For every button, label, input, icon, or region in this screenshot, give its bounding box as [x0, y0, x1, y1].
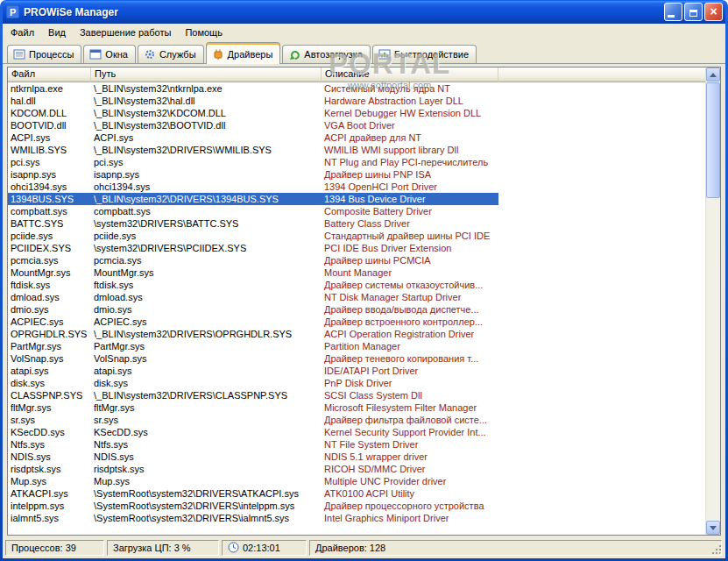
scroll-up-button[interactable]: [706, 67, 720, 82]
cell-path: MountMgr.sys: [91, 266, 322, 279]
cell-path: pciide.sys: [91, 230, 322, 242]
table-row[interactable]: dmload.sysdmload.sysNT Disk Manager Star…: [8, 291, 498, 303]
cell-path: dmload.sys: [91, 291, 322, 303]
cell-path: \SystemRoot\system32\DRIVERS\ATKACPI.sys: [91, 487, 322, 500]
cell-file: BOOTVID.dll: [8, 119, 91, 131]
app-icon: P: [6, 5, 19, 18]
table-row[interactable]: isapnp.sysisapnp.sysДрайвер шины PNP ISA: [8, 168, 498, 181]
cell-file: Ntfs.sys: [8, 438, 91, 451]
table-main: Файл Путь Описание ntkrnlpa.exe\_BLIN\sy…: [8, 67, 705, 535]
menu-shutdown[interactable]: Завершение работы: [73, 25, 178, 39]
cell-path: fltMgr.sys: [91, 401, 322, 414]
table-row[interactable]: PCIIDEX.SYS\system32\DRIVERS\PCIIDEX.SYS…: [8, 242, 498, 254]
table-body: ntkrnlpa.exe\_BLIN\system32\ntkrnlpa.exe…: [8, 82, 705, 535]
cell-description: Mount Manager: [322, 266, 498, 279]
table-row[interactable]: CLASSPNP.SYS\_BLIN\system32\DRIVERS\CLAS…: [8, 389, 498, 401]
table-row[interactable]: dmio.sysdmio.sysДрайвер ввода/вывода дис…: [8, 303, 498, 316]
tab-drivers[interactable]: Драйверы: [206, 42, 281, 64]
column-header-path[interactable]: Путь: [91, 67, 322, 82]
status-cpu: Загрузка ЦП: 3 %: [107, 540, 219, 556]
tab-processes[interactable]: Процессы: [7, 45, 81, 63]
table-row[interactable]: Mup.sysMup.sysMultiple UNC Provider driv…: [8, 475, 498, 487]
table-row[interactable]: hal.dll\_BLIN\system32\hal.dllHardware A…: [8, 95, 498, 107]
table-row[interactable]: pciide.syspciide.sysСтандартный драйвер …: [8, 230, 498, 242]
table-row[interactable]: disk.sysdisk.sysPnP Disk Driver: [8, 377, 498, 389]
cell-file: dmio.sys: [8, 303, 91, 316]
cell-path: ACPI.sys: [91, 131, 322, 144]
cell-file: ohci1394.sys: [8, 181, 91, 193]
arrow-down-icon: [710, 526, 717, 530]
cell-description: ATK0100 ACPI Utility: [322, 487, 498, 500]
table-row[interactable]: MountMgr.sysMountMgr.sysMount Manager: [8, 266, 498, 279]
table-row[interactable]: ialmnt5.sys\SystemRoot\system32\DRIVERS\…: [8, 512, 498, 524]
table-row[interactable]: Ntfs.sysNtfs.sysNT File System Driver: [8, 438, 498, 451]
resize-grip[interactable]: [710, 543, 722, 555]
cell-description: Драйвер процессорного устройства: [322, 500, 498, 512]
cell-description: VGA Boot Driver: [322, 119, 498, 131]
cell-path: \_BLIN\system32\BOOTVID.dll: [91, 119, 322, 131]
table-row[interactable]: sr.syssr.sysДрайвер фильтра файловой сис…: [8, 414, 498, 426]
tab-windows[interactable]: Окна: [83, 45, 136, 63]
table-row[interactable]: KSecDD.sysKSecDD.sysKernel Security Supp…: [8, 426, 498, 438]
cell-path: ftdisk.sys: [91, 279, 322, 291]
column-header-file[interactable]: Файл: [8, 67, 91, 82]
cell-file: ACPIEC.sys: [8, 316, 91, 328]
cell-file: dmload.sys: [8, 291, 91, 303]
cell-description: NDIS 5.1 wrapper driver: [322, 451, 498, 463]
table-row[interactable]: ATKACPI.sys\SystemRoot\system32\DRIVERS\…: [8, 487, 498, 500]
title-bar[interactable]: P PROWiSe Manager ×: [3, 0, 725, 24]
table-row[interactable]: KDCOM.DLL\_BLIN\system32\KDCOM.DLLKernel…: [8, 107, 498, 119]
table-row[interactable]: ohci1394.sysohci1394.sys1394 OpenHCI Por…: [8, 181, 498, 193]
cell-path: \_BLIN\system32\DRIVERS\CLASSPNP.SYS: [91, 389, 322, 401]
status-bar: Процессов: 39 Загрузка ЦП: 3 % 02:13:01 …: [3, 537, 725, 558]
windows-icon: [89, 48, 102, 60]
tab-startup[interactable]: Автозагрузка: [282, 45, 371, 63]
drivers-icon: [212, 48, 224, 60]
table-row[interactable]: NDIS.sysNDIS.sysNDIS 5.1 wrapper driver: [8, 451, 498, 463]
tab-label: Автозагрузка: [304, 49, 363, 60]
table-row[interactable]: VolSnap.sysVolSnap.sysДрайвер теневого к…: [8, 352, 498, 365]
table-row[interactable]: 1394BUS.SYS\_BLIN\system32\DRIVERS\1394B…: [8, 193, 498, 205]
table-row[interactable]: BOOTVID.dll\_BLIN\system32\BOOTVID.dllVG…: [8, 119, 498, 131]
close-icon: ×: [710, 4, 717, 20]
table-row[interactable]: risdptsk.sysrisdptsk.sysRICOH SD/MMC Dri…: [8, 463, 498, 475]
cell-path: pci.sys: [91, 156, 322, 168]
table-row[interactable]: fltMgr.sysfltMgr.sysMicrosoft Filesystem…: [8, 401, 498, 414]
tab-performance[interactable]: Быстродействие: [372, 45, 477, 63]
cell-path: \system32\DRIVERS\PCIIDEX.SYS: [91, 242, 322, 254]
menu-view[interactable]: Вид: [41, 25, 73, 39]
table-row[interactable]: ACPIEC.sysACPIEC.sysДрайвер встроенного …: [8, 316, 498, 328]
table-row[interactable]: atapi.sysatapi.sysIDE/ATAPI Port Driver: [8, 365, 498, 377]
table-row[interactable]: OPRGHDLR.SYS\_BLIN\system32\DRIVERS\OPRG…: [8, 328, 498, 340]
scroll-thumb[interactable]: [706, 82, 720, 198]
table-row[interactable]: pcmcia.syspcmcia.sysДрайвер шины PCMCIA: [8, 254, 498, 266]
menu-file[interactable]: Файл: [4, 25, 41, 39]
table-row[interactable]: ftdisk.sysftdisk.sysДрайвер системы отка…: [8, 279, 498, 291]
table-row[interactable]: WMILIB.SYS\_BLIN\system32\DRIVERS\WMILIB…: [8, 144, 498, 156]
tab-services[interactable]: Службы: [138, 45, 204, 63]
scroll-down-button[interactable]: [706, 521, 720, 535]
minimize-button[interactable]: [664, 3, 682, 21]
menu-help[interactable]: Помощь: [178, 25, 230, 39]
table-row[interactable]: PartMgr.sysPartMgr.sysPartition Manager: [8, 340, 498, 352]
cell-description: WMILIB WMI support library Dll: [322, 144, 498, 156]
cell-description: ACPI Operation Registration Driver: [322, 328, 498, 340]
table-row[interactable]: compbatt.syscompbatt.sysComposite Batter…: [8, 205, 498, 217]
table-row[interactable]: ACPI.sysACPI.sysACPI драйвер для NT: [8, 131, 498, 144]
cell-file: ntkrnlpa.exe: [8, 82, 91, 95]
cell-description: Battery Class Driver: [322, 217, 498, 230]
close-button[interactable]: ×: [704, 3, 723, 21]
table-row[interactable]: intelppm.sys\SystemRoot\system32\DRIVERS…: [8, 500, 498, 512]
drivers-table: Файл Путь Описание ntkrnlpa.exe\_BLIN\sy…: [7, 67, 721, 536]
table-row[interactable]: BATTC.SYS\system32\DRIVERS\BATTC.SYSBatt…: [8, 217, 498, 230]
cell-path: \_BLIN\system32\DRIVERS\1394BUS.SYS: [91, 193, 322, 205]
table-header: Файл Путь Описание: [8, 67, 705, 82]
maximize-button[interactable]: [684, 3, 703, 21]
scroll-track[interactable]: [706, 82, 720, 521]
vertical-scrollbar[interactable]: [705, 67, 720, 535]
tab-label: Драйверы: [228, 49, 273, 60]
table-row[interactable]: pci.syspci.sysNT Plug and Play PCI-переч…: [8, 156, 498, 168]
table-row[interactable]: ntkrnlpa.exe\_BLIN\system32\ntkrnlpa.exe…: [8, 82, 498, 95]
cell-file: KDCOM.DLL: [8, 107, 91, 119]
column-header-description[interactable]: Описание: [322, 67, 498, 82]
